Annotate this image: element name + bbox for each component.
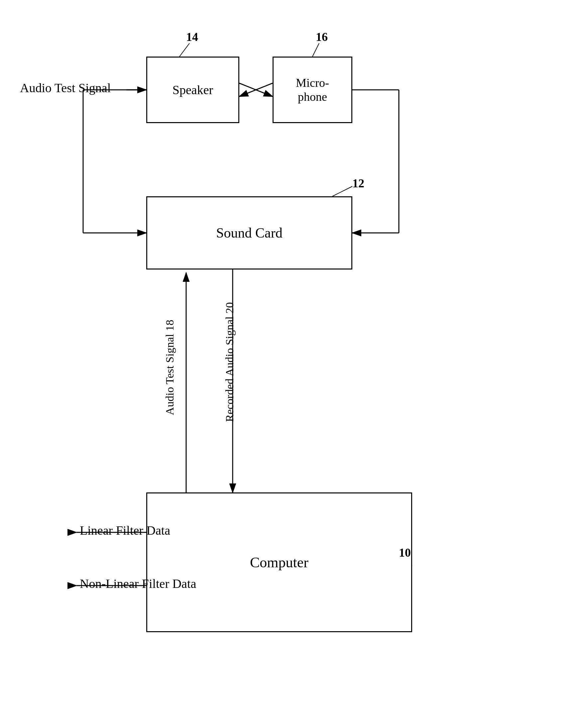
sound-card-box: Sound Card (146, 196, 352, 269)
svg-line-12 (312, 43, 319, 57)
linear-filter-data-label: Linear Filter Data (80, 523, 170, 538)
non-linear-filter-data-label: Non-Linear Filter Data (80, 576, 196, 591)
sound-card-label: Sound Card (216, 225, 282, 241)
recorded-audio-signal-20-label: Recorded Audio Signal 20 (223, 302, 236, 422)
svg-line-13 (332, 186, 352, 196)
speaker-box: Speaker (146, 57, 239, 123)
svg-line-6 (239, 83, 273, 97)
computer-box: Computer (146, 492, 412, 632)
microphone-label: Micro-phone (296, 76, 329, 104)
ref-16: 16 (316, 30, 328, 44)
ref-12: 12 (352, 176, 364, 190)
svg-line-7 (239, 83, 273, 97)
ref-10: 10 (399, 546, 411, 560)
microphone-box: Micro-phone (273, 57, 352, 123)
computer-label: Computer (250, 554, 308, 571)
audio-test-signal-label: Audio Test Signal (20, 80, 111, 95)
audio-test-signal-18-label: Audio Test Signal 18 (164, 320, 176, 415)
speaker-label: Speaker (172, 82, 213, 97)
ref-14: 14 (186, 30, 198, 44)
svg-line-11 (179, 43, 190, 57)
diagram-container: Speaker Micro-phone Sound Card Computer … (0, 0, 584, 728)
